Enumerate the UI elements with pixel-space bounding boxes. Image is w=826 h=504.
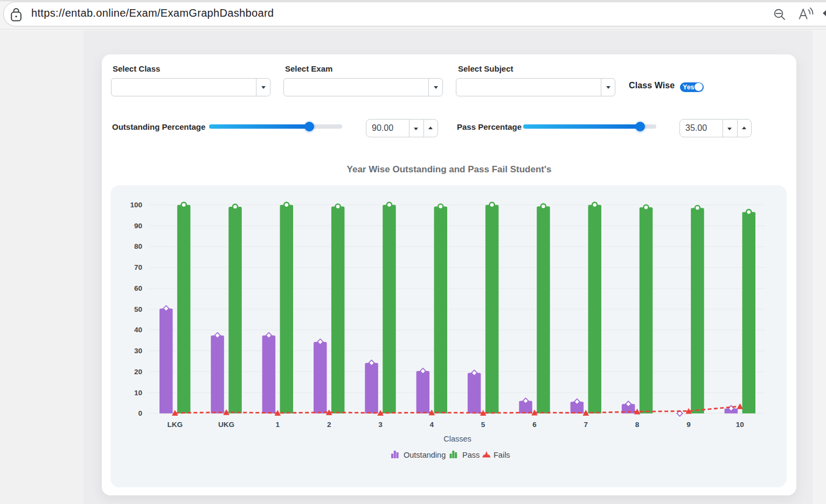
svg-text:20: 20 xyxy=(134,368,142,376)
svg-text:90: 90 xyxy=(134,222,142,230)
svg-text:40: 40 xyxy=(134,326,142,334)
svg-text:UKG: UKG xyxy=(218,421,234,429)
svg-text:9: 9 xyxy=(686,421,691,429)
svg-text:6: 6 xyxy=(532,421,537,429)
svg-text:Outstanding: Outstanding xyxy=(404,451,446,459)
svg-text:3: 3 xyxy=(378,421,383,429)
svg-text:60: 60 xyxy=(134,284,142,292)
svg-text:5: 5 xyxy=(481,421,485,429)
svg-text:LKG: LKG xyxy=(167,421,183,429)
svg-text:100: 100 xyxy=(130,201,142,209)
svg-text:2: 2 xyxy=(327,421,331,429)
svg-text:Pass: Pass xyxy=(462,451,480,459)
svg-text:10: 10 xyxy=(134,389,142,397)
svg-text:10: 10 xyxy=(736,421,744,429)
svg-text:Fails: Fails xyxy=(494,451,510,459)
svg-text:30: 30 xyxy=(134,347,142,355)
svg-text:4: 4 xyxy=(430,421,434,429)
svg-text:1: 1 xyxy=(276,421,280,429)
svg-text:0: 0 xyxy=(138,409,142,417)
svg-text:50: 50 xyxy=(134,305,142,313)
svg-text:70: 70 xyxy=(134,263,142,271)
svg-text:80: 80 xyxy=(134,242,142,250)
svg-text:8: 8 xyxy=(635,421,640,429)
svg-text:Classes: Classes xyxy=(443,435,471,443)
svg-text:7: 7 xyxy=(584,421,588,429)
